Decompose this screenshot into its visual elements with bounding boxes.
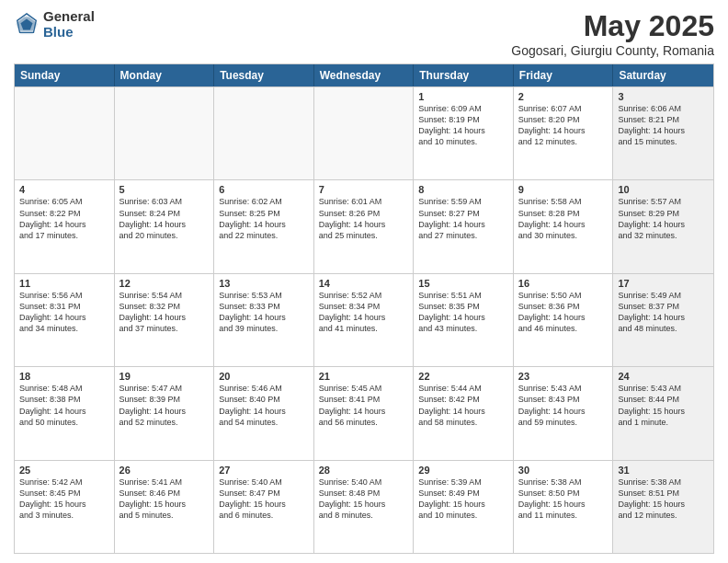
day-info: Sunrise: 6:05 AMSunset: 8:22 PMDaylight:… (19, 196, 109, 241)
day-info: Sunrise: 6:07 AMSunset: 8:20 PMDaylight:… (518, 103, 609, 148)
day-info: Sunrise: 5:39 AMSunset: 8:49 PMDaylight:… (418, 477, 508, 522)
logo: General Blue (14, 9, 95, 40)
day-cell-7: 7Sunrise: 6:01 AMSunset: 8:26 PMDaylight… (314, 180, 415, 272)
day-cell-19: 19Sunrise: 5:47 AMSunset: 8:39 PMDayligh… (115, 367, 215, 459)
day-number: 15 (418, 278, 508, 289)
calendar-row-3: 11Sunrise: 5:56 AMSunset: 8:31 PMDayligh… (15, 273, 713, 366)
day-cell-29: 29Sunrise: 5:39 AMSunset: 8:49 PMDayligh… (414, 461, 514, 553)
day-number: 4 (19, 184, 109, 195)
day-info: Sunrise: 5:50 AMSunset: 8:36 PMDaylight:… (518, 290, 609, 335)
day-info: Sunrise: 5:38 AMSunset: 8:50 PMDaylight:… (518, 477, 609, 522)
day-cell-23: 23Sunrise: 5:43 AMSunset: 8:43 PMDayligh… (514, 367, 614, 459)
header: General Blue May 2025 Gogosari, Giurgiu … (14, 9, 714, 58)
day-cell-13: 13Sunrise: 5:53 AMSunset: 8:33 PMDayligh… (214, 274, 314, 366)
logo-text: General Blue (43, 9, 95, 40)
day-cell-21: 21Sunrise: 5:45 AMSunset: 8:41 PMDayligh… (314, 367, 415, 459)
day-cell-25: 25Sunrise: 5:42 AMSunset: 8:45 PMDayligh… (15, 461, 115, 553)
logo-blue-text: Blue (43, 25, 95, 40)
day-number: 25 (19, 465, 109, 476)
calendar-header: SundayMondayTuesdayWednesdayThursdayFrid… (15, 64, 713, 86)
empty-cell (314, 87, 415, 179)
calendar-row-4: 18Sunrise: 5:48 AMSunset: 8:38 PMDayligh… (15, 366, 713, 459)
day-info: Sunrise: 6:01 AMSunset: 8:26 PMDaylight:… (319, 196, 409, 241)
day-info: Sunrise: 5:42 AMSunset: 8:45 PMDaylight:… (19, 477, 109, 522)
day-number: 5 (119, 184, 210, 195)
day-info: Sunrise: 5:43 AMSunset: 8:43 PMDaylight:… (518, 383, 609, 428)
day-number: 13 (219, 278, 309, 289)
day-cell-30: 30Sunrise: 5:38 AMSunset: 8:50 PMDayligh… (514, 461, 614, 553)
day-cell-2: 2Sunrise: 6:07 AMSunset: 8:20 PMDaylight… (514, 87, 614, 179)
day-info: Sunrise: 5:40 AMSunset: 8:47 PMDaylight:… (219, 477, 309, 522)
day-cell-11: 11Sunrise: 5:56 AMSunset: 8:31 PMDayligh… (15, 274, 115, 366)
day-info: Sunrise: 5:48 AMSunset: 8:38 PMDaylight:… (19, 383, 109, 428)
day-number: 1 (418, 91, 508, 102)
logo-icon (14, 12, 40, 38)
day-info: Sunrise: 5:38 AMSunset: 8:51 PMDaylight:… (618, 477, 709, 522)
calendar-row-1: 1Sunrise: 6:09 AMSunset: 8:19 PMDaylight… (15, 86, 713, 179)
day-number: 22 (418, 371, 508, 382)
day-cell-18: 18Sunrise: 5:48 AMSunset: 8:38 PMDayligh… (15, 367, 115, 459)
day-number: 27 (219, 465, 309, 476)
day-cell-6: 6Sunrise: 6:02 AMSunset: 8:25 PMDaylight… (214, 180, 314, 272)
day-info: Sunrise: 6:02 AMSunset: 8:25 PMDaylight:… (219, 196, 309, 241)
calendar-row-2: 4Sunrise: 6:05 AMSunset: 8:22 PMDaylight… (15, 179, 713, 272)
day-number: 23 (518, 371, 609, 382)
page: General Blue May 2025 Gogosari, Giurgiu … (0, 0, 728, 563)
empty-cell (115, 87, 215, 179)
day-number: 9 (518, 184, 609, 195)
day-info: Sunrise: 6:06 AMSunset: 8:21 PMDaylight:… (618, 103, 709, 148)
day-cell-14: 14Sunrise: 5:52 AMSunset: 8:34 PMDayligh… (314, 274, 415, 366)
day-number: 11 (19, 278, 109, 289)
day-cell-22: 22Sunrise: 5:44 AMSunset: 8:42 PMDayligh… (414, 367, 514, 459)
day-number: 29 (418, 465, 508, 476)
calendar: SundayMondayTuesdayWednesdayThursdayFrid… (14, 63, 714, 554)
day-cell-17: 17Sunrise: 5:49 AMSunset: 8:37 PMDayligh… (613, 274, 713, 366)
day-info: Sunrise: 5:59 AMSunset: 8:27 PMDaylight:… (418, 196, 508, 241)
day-info: Sunrise: 6:03 AMSunset: 8:24 PMDaylight:… (119, 196, 210, 241)
day-info: Sunrise: 5:51 AMSunset: 8:35 PMDaylight:… (418, 290, 508, 335)
header-cell-friday: Friday (514, 64, 614, 86)
title-block: May 2025 Gogosari, Giurgiu County, Roman… (511, 9, 714, 58)
day-info: Sunrise: 5:53 AMSunset: 8:33 PMDaylight:… (219, 290, 309, 335)
calendar-row-5: 25Sunrise: 5:42 AMSunset: 8:45 PMDayligh… (15, 460, 713, 553)
day-number: 24 (618, 371, 709, 382)
day-number: 3 (618, 91, 709, 102)
day-info: Sunrise: 5:40 AMSunset: 8:48 PMDaylight:… (319, 477, 409, 522)
day-number: 12 (119, 278, 210, 289)
day-cell-15: 15Sunrise: 5:51 AMSunset: 8:35 PMDayligh… (414, 274, 514, 366)
day-number: 26 (119, 465, 210, 476)
day-cell-28: 28Sunrise: 5:40 AMSunset: 8:48 PMDayligh… (314, 461, 415, 553)
day-number: 30 (518, 465, 609, 476)
day-number: 14 (319, 278, 409, 289)
empty-cell (214, 87, 314, 179)
day-cell-24: 24Sunrise: 5:43 AMSunset: 8:44 PMDayligh… (613, 367, 713, 459)
day-cell-9: 9Sunrise: 5:58 AMSunset: 8:28 PMDaylight… (514, 180, 614, 272)
day-cell-31: 31Sunrise: 5:38 AMSunset: 8:51 PMDayligh… (613, 461, 713, 553)
day-info: Sunrise: 5:52 AMSunset: 8:34 PMDaylight:… (319, 290, 409, 335)
day-cell-12: 12Sunrise: 5:54 AMSunset: 8:32 PMDayligh… (115, 274, 215, 366)
day-number: 17 (618, 278, 709, 289)
header-cell-saturday: Saturday (613, 64, 713, 86)
day-info: Sunrise: 5:46 AMSunset: 8:40 PMDaylight:… (219, 383, 309, 428)
day-number: 21 (319, 371, 409, 382)
day-number: 18 (19, 371, 109, 382)
day-info: Sunrise: 5:47 AMSunset: 8:39 PMDaylight:… (119, 383, 210, 428)
header-cell-wednesday: Wednesday (314, 64, 415, 86)
day-number: 19 (119, 371, 210, 382)
calendar-body: 1Sunrise: 6:09 AMSunset: 8:19 PMDaylight… (15, 86, 713, 553)
day-cell-20: 20Sunrise: 5:46 AMSunset: 8:40 PMDayligh… (214, 367, 314, 459)
day-info: Sunrise: 5:57 AMSunset: 8:29 PMDaylight:… (618, 196, 709, 241)
day-number: 10 (618, 184, 709, 195)
day-number: 20 (219, 371, 309, 382)
day-cell-27: 27Sunrise: 5:40 AMSunset: 8:47 PMDayligh… (214, 461, 314, 553)
day-cell-16: 16Sunrise: 5:50 AMSunset: 8:36 PMDayligh… (514, 274, 614, 366)
day-number: 8 (418, 184, 508, 195)
day-number: 6 (219, 184, 309, 195)
month-title: May 2025 (511, 9, 714, 43)
day-info: Sunrise: 5:43 AMSunset: 8:44 PMDaylight:… (618, 383, 709, 428)
header-cell-tuesday: Tuesday (214, 64, 314, 86)
day-info: Sunrise: 5:56 AMSunset: 8:31 PMDaylight:… (19, 290, 109, 335)
logo-general-text: General (43, 9, 95, 25)
day-info: Sunrise: 5:44 AMSunset: 8:42 PMDaylight:… (418, 383, 508, 428)
day-info: Sunrise: 5:41 AMSunset: 8:46 PMDaylight:… (119, 477, 210, 522)
